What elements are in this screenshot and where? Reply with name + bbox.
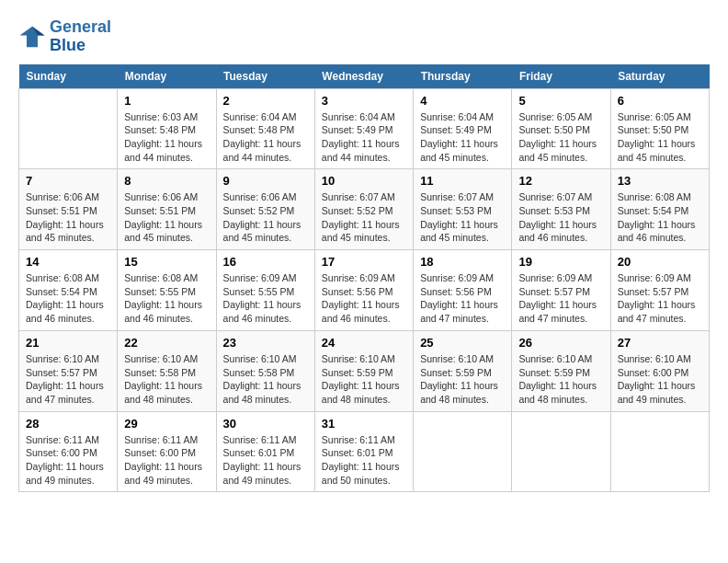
day-info: Sunrise: 6:10 AM Sunset: 6:00 PM Dayligh… <box>618 352 702 407</box>
day-number: 26 <box>518 336 603 350</box>
calendar-cell: 24Sunrise: 6:10 AM Sunset: 5:59 PM Dayli… <box>314 330 413 411</box>
calendar-cell <box>610 411 709 492</box>
day-info: Sunrise: 6:09 AM Sunset: 5:56 PM Dayligh… <box>322 271 406 326</box>
calendar-week-4: 21Sunrise: 6:10 AM Sunset: 5:57 PM Dayli… <box>19 330 710 411</box>
day-number: 7 <box>26 174 110 188</box>
day-info: Sunrise: 6:06 AM Sunset: 5:52 PM Dayligh… <box>223 190 308 245</box>
day-number: 10 <box>322 174 406 188</box>
day-number: 2 <box>223 94 308 108</box>
calendar-cell <box>414 411 512 492</box>
day-info: Sunrise: 6:08 AM Sunset: 5:54 PM Dayligh… <box>618 190 702 245</box>
day-info: Sunrise: 6:10 AM Sunset: 5:57 PM Dayligh… <box>26 352 110 407</box>
day-number: 3 <box>322 94 406 108</box>
calendar-cell: 12Sunrise: 6:07 AM Sunset: 5:53 PM Dayli… <box>512 169 610 250</box>
calendar-cell <box>512 411 610 492</box>
calendar-cell: 15Sunrise: 6:08 AM Sunset: 5:55 PM Dayli… <box>118 250 216 331</box>
day-number: 19 <box>518 255 603 269</box>
day-header-thursday: Thursday <box>414 64 512 89</box>
day-number: 17 <box>322 255 406 269</box>
day-number: 31 <box>322 417 406 431</box>
day-info: Sunrise: 6:11 AM Sunset: 6:01 PM Dayligh… <box>322 433 406 488</box>
calendar-week-1: 1Sunrise: 6:03 AM Sunset: 5:48 PM Daylig… <box>19 88 710 169</box>
day-info: Sunrise: 6:07 AM Sunset: 5:52 PM Dayligh… <box>322 190 406 245</box>
day-info: Sunrise: 6:09 AM Sunset: 5:57 PM Dayligh… <box>618 271 702 326</box>
svg-marker-0 <box>20 27 45 48</box>
day-info: Sunrise: 6:09 AM Sunset: 5:55 PM Dayligh… <box>223 271 308 326</box>
calendar-cell: 13Sunrise: 6:08 AM Sunset: 5:54 PM Dayli… <box>610 169 709 250</box>
day-info: Sunrise: 6:09 AM Sunset: 5:56 PM Dayligh… <box>420 271 505 326</box>
day-number: 28 <box>26 417 110 431</box>
calendar-cell: 26Sunrise: 6:10 AM Sunset: 5:59 PM Dayli… <box>512 330 610 411</box>
calendar-cell: 27Sunrise: 6:10 AM Sunset: 6:00 PM Dayli… <box>610 330 709 411</box>
day-number: 18 <box>420 255 505 269</box>
day-number: 23 <box>223 336 308 350</box>
day-number: 29 <box>124 417 209 431</box>
day-info: Sunrise: 6:09 AM Sunset: 5:57 PM Dayligh… <box>518 271 603 326</box>
calendar-cell: 18Sunrise: 6:09 AM Sunset: 5:56 PM Dayli… <box>414 250 512 331</box>
calendar-cell: 5Sunrise: 6:05 AM Sunset: 5:50 PM Daylig… <box>512 88 610 169</box>
calendar-body: 1Sunrise: 6:03 AM Sunset: 5:48 PM Daylig… <box>19 88 710 492</box>
calendar-table: SundayMondayTuesdayWednesdayThursdayFrid… <box>18 64 710 493</box>
day-number: 8 <box>124 174 209 188</box>
day-info: Sunrise: 6:11 AM Sunset: 6:00 PM Dayligh… <box>26 433 110 488</box>
day-number: 16 <box>223 255 308 269</box>
day-number: 6 <box>618 94 702 108</box>
calendar-cell: 29Sunrise: 6:11 AM Sunset: 6:00 PM Dayli… <box>118 411 216 492</box>
logo: General Blue <box>18 18 111 55</box>
day-info: Sunrise: 6:07 AM Sunset: 5:53 PM Dayligh… <box>420 190 505 245</box>
day-info: Sunrise: 6:10 AM Sunset: 5:59 PM Dayligh… <box>420 352 505 407</box>
day-info: Sunrise: 6:10 AM Sunset: 5:59 PM Dayligh… <box>518 352 603 407</box>
day-number: 27 <box>618 336 702 350</box>
day-number: 4 <box>420 94 505 108</box>
calendar-cell <box>19 88 118 169</box>
day-header-saturday: Saturday <box>610 64 709 89</box>
calendar-cell: 17Sunrise: 6:09 AM Sunset: 5:56 PM Dayli… <box>314 250 413 331</box>
calendar-cell: 14Sunrise: 6:08 AM Sunset: 5:54 PM Dayli… <box>19 250 118 331</box>
day-info: Sunrise: 6:07 AM Sunset: 5:53 PM Dayligh… <box>518 190 603 245</box>
calendar-cell: 28Sunrise: 6:11 AM Sunset: 6:00 PM Dayli… <box>19 411 118 492</box>
calendar-week-2: 7Sunrise: 6:06 AM Sunset: 5:51 PM Daylig… <box>19 169 710 250</box>
day-header-sunday: Sunday <box>19 64 118 89</box>
day-number: 30 <box>223 417 308 431</box>
day-number: 13 <box>618 174 702 188</box>
page-header: General Blue <box>18 18 710 55</box>
calendar-cell: 6Sunrise: 6:05 AM Sunset: 5:50 PM Daylig… <box>610 88 709 169</box>
day-info: Sunrise: 6:05 AM Sunset: 5:50 PM Dayligh… <box>618 110 702 165</box>
day-header-wednesday: Wednesday <box>314 64 413 89</box>
day-info: Sunrise: 6:10 AM Sunset: 5:58 PM Dayligh… <box>223 352 308 407</box>
day-info: Sunrise: 6:06 AM Sunset: 5:51 PM Dayligh… <box>26 190 110 245</box>
day-number: 5 <box>518 94 603 108</box>
calendar-cell: 19Sunrise: 6:09 AM Sunset: 5:57 PM Dayli… <box>512 250 610 331</box>
calendar-week-3: 14Sunrise: 6:08 AM Sunset: 5:54 PM Dayli… <box>19 250 710 331</box>
calendar-cell: 8Sunrise: 6:06 AM Sunset: 5:51 PM Daylig… <box>118 169 216 250</box>
calendar-cell: 11Sunrise: 6:07 AM Sunset: 5:53 PM Dayli… <box>414 169 512 250</box>
calendar-cell: 2Sunrise: 6:04 AM Sunset: 5:48 PM Daylig… <box>216 88 314 169</box>
calendar-cell: 21Sunrise: 6:10 AM Sunset: 5:57 PM Dayli… <box>19 330 118 411</box>
calendar-cell: 20Sunrise: 6:09 AM Sunset: 5:57 PM Dayli… <box>610 250 709 331</box>
day-info: Sunrise: 6:11 AM Sunset: 6:01 PM Dayligh… <box>223 433 308 488</box>
day-info: Sunrise: 6:04 AM Sunset: 5:49 PM Dayligh… <box>322 110 406 165</box>
day-info: Sunrise: 6:05 AM Sunset: 5:50 PM Dayligh… <box>518 110 603 165</box>
day-number: 14 <box>26 255 110 269</box>
day-info: Sunrise: 6:04 AM Sunset: 5:49 PM Dayligh… <box>420 110 505 165</box>
calendar-cell: 25Sunrise: 6:10 AM Sunset: 5:59 PM Dayli… <box>414 330 512 411</box>
day-info: Sunrise: 6:08 AM Sunset: 5:54 PM Dayligh… <box>26 271 110 326</box>
logo-text: General Blue <box>50 18 111 55</box>
day-info: Sunrise: 6:04 AM Sunset: 5:48 PM Dayligh… <box>223 110 308 165</box>
day-number: 24 <box>322 336 406 350</box>
calendar-cell: 1Sunrise: 6:03 AM Sunset: 5:48 PM Daylig… <box>118 88 216 169</box>
day-number: 20 <box>618 255 702 269</box>
day-number: 25 <box>420 336 505 350</box>
calendar-header-row: SundayMondayTuesdayWednesdayThursdayFrid… <box>19 64 710 89</box>
calendar-cell: 3Sunrise: 6:04 AM Sunset: 5:49 PM Daylig… <box>314 88 413 169</box>
day-number: 9 <box>223 174 308 188</box>
calendar-cell: 4Sunrise: 6:04 AM Sunset: 5:49 PM Daylig… <box>414 88 512 169</box>
day-header-monday: Monday <box>118 64 216 89</box>
day-number: 21 <box>26 336 110 350</box>
day-number: 11 <box>420 174 505 188</box>
day-number: 22 <box>124 336 209 350</box>
day-info: Sunrise: 6:06 AM Sunset: 5:51 PM Dayligh… <box>124 190 209 245</box>
day-info: Sunrise: 6:11 AM Sunset: 6:00 PM Dayligh… <box>124 433 209 488</box>
day-header-friday: Friday <box>512 64 610 89</box>
calendar-cell: 10Sunrise: 6:07 AM Sunset: 5:52 PM Dayli… <box>314 169 413 250</box>
